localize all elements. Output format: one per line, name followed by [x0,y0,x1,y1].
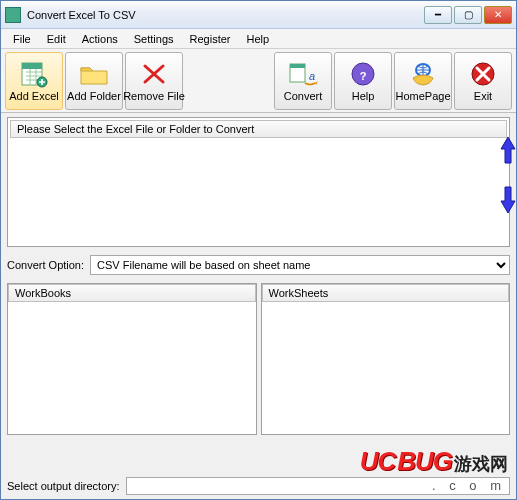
workbooks-pane: WorkBooks [7,283,257,435]
remove-icon [138,60,170,88]
help-button[interactable]: ? Help [334,52,392,110]
convert-option-row: Convert Option: CSV Filename will be bas… [7,251,510,279]
menu-file[interactable]: File [5,31,39,47]
menu-settings[interactable]: Settings [126,31,182,47]
file-list-body[interactable] [10,138,507,244]
svg-rect-9 [290,64,305,68]
homepage-button[interactable]: HomePage [394,52,452,110]
add-folder-button[interactable]: Add Folder [65,52,123,110]
remove-file-label: Remove File [123,90,185,102]
svg-marker-16 [501,137,515,163]
svg-text:a: a [309,70,315,82]
folder-icon [78,60,110,88]
menu-edit[interactable]: Edit [39,31,74,47]
remove-file-button[interactable]: Remove File [125,52,183,110]
worksheets-list[interactable] [262,302,510,434]
maximize-button[interactable]: ▢ [454,6,482,24]
worksheets-pane: WorkSheets [261,283,511,435]
output-directory-row: Select output directory: [7,473,510,495]
svg-marker-11 [315,81,318,85]
output-directory-input[interactable] [126,477,510,495]
file-list-header[interactable]: Please Select the Excel File or Folder t… [10,120,507,138]
add-folder-label: Add Folder [67,90,121,102]
workbooks-list[interactable] [8,302,256,434]
move-up-button[interactable] [500,135,516,167]
toolbar: Add Excel Add Folder Remove File a Conve… [1,49,516,113]
menu-help[interactable]: Help [239,31,278,47]
convert-option-label: Convert Option: [7,259,84,271]
workbook-worksheet-panes: WorkBooks WorkSheets [7,283,510,435]
add-excel-label: Add Excel [9,90,59,102]
exit-button[interactable]: Exit [454,52,512,110]
svg-marker-17 [501,187,515,213]
menubar: File Edit Actions Settings Register Help [1,29,516,49]
add-excel-button[interactable]: Add Excel [5,52,63,110]
help-label: Help [352,90,375,102]
app-window: Convert Excel To CSV ━ ▢ ✕ File Edit Act… [0,0,517,500]
homepage-icon [407,60,439,88]
exit-icon [467,60,499,88]
app-icon [5,7,21,23]
svg-rect-1 [22,63,42,69]
homepage-label: HomePage [395,90,450,102]
excel-file-icon [18,60,50,88]
window-controls: ━ ▢ ✕ [424,6,512,24]
convert-button[interactable]: a Convert [274,52,332,110]
main-body: Please Select the Excel File or Folder t… [1,113,516,499]
minimize-button[interactable]: ━ [424,6,452,24]
convert-option-select[interactable]: CSV Filename will be based on sheet name [90,255,510,275]
convert-label: Convert [284,90,323,102]
move-down-button[interactable] [500,185,516,217]
exit-label: Exit [474,90,492,102]
output-directory-label: Select output directory: [7,480,120,492]
help-icon: ? [347,60,379,88]
menu-actions[interactable]: Actions [74,31,126,47]
menu-register[interactable]: Register [182,31,239,47]
svg-text:?: ? [360,70,367,82]
close-button[interactable]: ✕ [484,6,512,24]
file-list-panel: Please Select the Excel File or Folder t… [7,117,510,247]
convert-icon: a [287,60,319,88]
titlebar: Convert Excel To CSV ━ ▢ ✕ [1,1,516,29]
workbooks-header[interactable]: WorkBooks [8,284,256,302]
worksheets-header[interactable]: WorkSheets [262,284,510,302]
window-title: Convert Excel To CSV [27,9,424,21]
